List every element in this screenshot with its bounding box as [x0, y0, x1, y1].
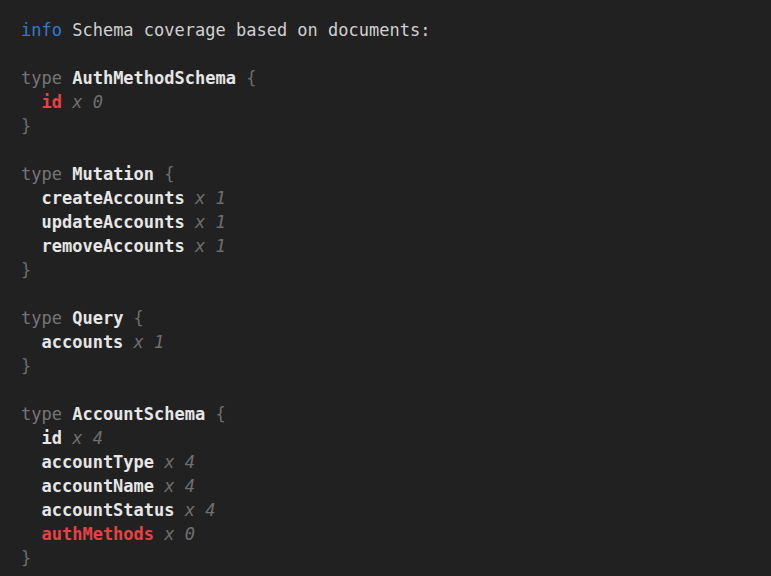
- field-name-accountstatus: accountStatus: [41, 500, 174, 520]
- field-count: x 0: [164, 524, 195, 544]
- field-count: x 4: [164, 452, 195, 472]
- field-count: x 1: [195, 212, 226, 232]
- field-line: accountStatusx 4: [21, 498, 771, 522]
- type-keyword: type: [21, 404, 62, 424]
- close-brace: }: [21, 260, 31, 280]
- field-line: accountTypex 4: [21, 450, 771, 474]
- field-count: x 1: [195, 188, 226, 208]
- type-keyword: type: [21, 308, 62, 328]
- type-name-accountschema: AccountSchema: [72, 404, 205, 424]
- field-name-accounts: accounts: [41, 332, 123, 352]
- open-brace: {: [164, 164, 174, 184]
- type-keyword: type: [21, 164, 62, 184]
- field-line: updateAccountsx 1: [21, 210, 771, 234]
- close-brace-line: }: [21, 114, 771, 138]
- field-name-updateaccounts: updateAccounts: [41, 212, 184, 232]
- blank-line: [21, 138, 771, 162]
- type-open-line: typeQuery{: [21, 306, 771, 330]
- coverage-header-message: Schema coverage based on documents:: [72, 20, 430, 40]
- type-name-query: Query: [72, 308, 123, 328]
- field-count: x 1: [134, 332, 165, 352]
- coverage-header-line: infoSchema coverage based on documents:: [21, 18, 771, 42]
- field-name-createaccounts: createAccounts: [41, 188, 184, 208]
- field-name-removeaccounts: removeAccounts: [41, 236, 184, 256]
- field-name-authmethods: authMethods: [41, 524, 154, 544]
- open-brace: {: [246, 68, 256, 88]
- type-open-line: typeMutation{: [21, 162, 771, 186]
- type-keyword: type: [21, 68, 62, 88]
- close-brace-line: }: [21, 354, 771, 378]
- blank-line: [21, 42, 771, 66]
- field-line: idx 4: [21, 426, 771, 450]
- close-brace: }: [21, 116, 31, 136]
- close-brace-line: }: [21, 258, 771, 282]
- info-tag: info: [21, 20, 62, 40]
- type-open-line: typeAuthMethodSchema{: [21, 66, 771, 90]
- field-line: accountsx 1: [21, 330, 771, 354]
- field-line: createAccountsx 1: [21, 186, 771, 210]
- close-brace-line: }: [21, 546, 771, 570]
- close-brace: }: [21, 548, 31, 568]
- type-open-line: typeAccountSchema{: [21, 402, 771, 426]
- type-name-mutation: Mutation: [72, 164, 154, 184]
- field-name-accountname: accountName: [41, 476, 154, 496]
- field-line: idx 0: [21, 90, 771, 114]
- terminal-output: infoSchema coverage based on documents: …: [0, 0, 771, 576]
- close-brace: }: [21, 356, 31, 376]
- field-count: x 4: [72, 428, 103, 448]
- field-name-id: id: [41, 428, 61, 448]
- blank-line: [21, 282, 771, 306]
- type-name-authmethodschema: AuthMethodSchema: [72, 68, 236, 88]
- field-count: x 0: [72, 92, 103, 112]
- field-count: x 1: [195, 236, 226, 256]
- open-brace: {: [134, 308, 144, 328]
- field-count: x 4: [164, 476, 195, 496]
- field-line: accountNamex 4: [21, 474, 771, 498]
- field-line: authMethodsx 0: [21, 522, 771, 546]
- field-line: removeAccountsx 1: [21, 234, 771, 258]
- open-brace: {: [215, 404, 225, 424]
- blank-line: [21, 378, 771, 402]
- field-name-id: id: [41, 92, 61, 112]
- field-count: x 4: [185, 500, 216, 520]
- field-name-accounttype: accountType: [41, 452, 154, 472]
